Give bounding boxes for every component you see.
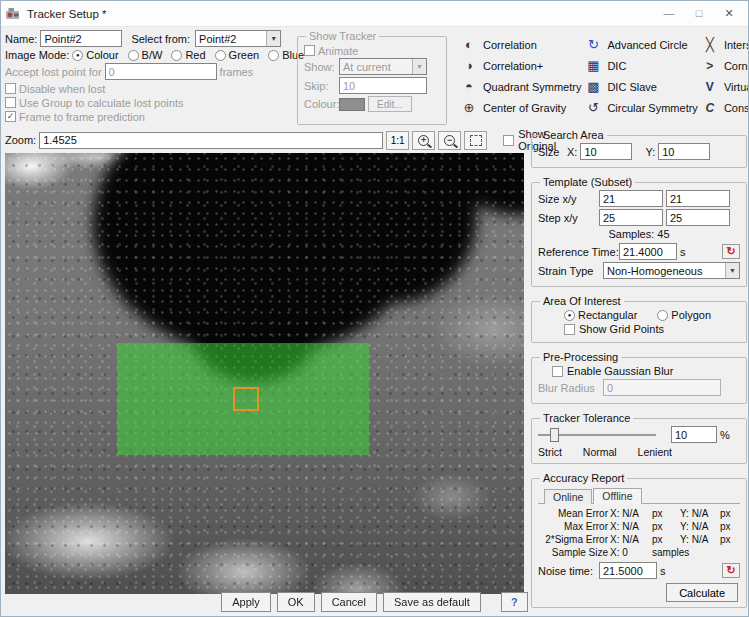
radio-icon: ● xyxy=(564,310,575,321)
close-button[interactable]: ✕ xyxy=(714,7,744,20)
tracker-type-advanced-circle[interactable]: ↻Advanced Circle xyxy=(583,35,699,55)
image-mode-label: Image Mode: xyxy=(5,49,69,61)
preprocessing-title: Pre-Processing xyxy=(540,351,621,363)
checkbox-icon xyxy=(5,83,16,94)
window-title: Tracker Setup * xyxy=(27,8,106,20)
checkbox-icon: ✓ xyxy=(5,111,16,122)
noise-time-input[interactable] xyxy=(599,562,657,579)
apply-button[interactable]: Apply xyxy=(221,592,271,612)
template-marker[interactable] xyxy=(233,387,259,411)
template-size-x-input[interactable] xyxy=(599,190,663,207)
radio-icon xyxy=(128,50,139,61)
zoom-toolbar: Zoom: 1:1 + − Show Original xyxy=(5,129,524,151)
accept-lost-input[interactable] xyxy=(105,63,217,80)
cancel-button[interactable]: Cancel xyxy=(321,592,377,612)
image-mode-green[interactable]: Green xyxy=(215,49,260,61)
image-mode-colour[interactable]: ●Colour xyxy=(72,49,118,61)
tab-offline[interactable]: Offline xyxy=(593,488,641,504)
size-xy-label: Size x/y xyxy=(538,193,596,205)
template-size-y-input[interactable] xyxy=(666,190,730,207)
minimize-button[interactable]: — xyxy=(654,7,684,20)
zoom-input[interactable] xyxy=(39,132,383,149)
tracker-type-correlation-plus[interactable]: ◑Correlation+ xyxy=(459,56,583,76)
skip-input[interactable] xyxy=(339,77,427,94)
chevron-down-icon: ▼ xyxy=(266,31,280,46)
tolerance-title: Tracker Tolerance xyxy=(540,412,633,424)
blur-radius-input[interactable] xyxy=(603,379,721,396)
preprocessing-group: Pre-Processing Enable Gaussian Blur Blur… xyxy=(531,351,747,404)
ok-button[interactable]: OK xyxy=(277,592,315,612)
chevron-down-icon: ▼ xyxy=(412,59,426,74)
colour-row: Colour: Edit... xyxy=(304,96,440,112)
fit-view-button[interactable] xyxy=(464,131,487,150)
strain-type-dropdown[interactable]: Non-Homogeneous ▼ xyxy=(603,262,740,279)
name-input[interactable] xyxy=(40,30,122,47)
correlation-plus-icon: ◑ xyxy=(461,59,477,72)
advanced-circle-icon: ↻ xyxy=(585,38,601,51)
edit-colour-button[interactable]: Edit... xyxy=(368,96,412,112)
show-mode-dropdown[interactable]: At current ▼ xyxy=(339,58,427,75)
tracker-type-intersection[interactable]: ╳Intersection xyxy=(700,35,749,55)
zoom-one-to-one-button[interactable]: 1:1 xyxy=(386,131,409,150)
search-x-input[interactable] xyxy=(580,143,632,160)
show-label: Show: xyxy=(304,61,336,73)
help-button[interactable]: ? xyxy=(501,592,528,612)
maximize-button[interactable]: □ xyxy=(684,7,714,20)
image-viewport[interactable] xyxy=(5,153,524,594)
set-reference-time-button[interactable]: ↻ xyxy=(722,244,740,259)
tab-online[interactable]: Online xyxy=(544,489,592,504)
tracker-type-center-of-gravity[interactable]: ⊕Center of Gravity xyxy=(459,98,583,118)
tolerance-input[interactable] xyxy=(671,426,717,443)
select-from-dropdown[interactable]: Point#2 ▼ xyxy=(195,30,281,47)
noise-time-unit: s xyxy=(660,565,666,577)
zoom-out-icon: − xyxy=(444,135,455,146)
template-step-y-input[interactable] xyxy=(666,209,730,226)
search-y-input[interactable] xyxy=(658,143,710,160)
fit-view-icon xyxy=(470,135,482,146)
set-noise-time-button[interactable]: ↻ xyxy=(722,563,740,578)
aoi-rectangular-radio[interactable]: ●Rectangular xyxy=(564,309,637,321)
slider-thumb[interactable] xyxy=(550,428,559,442)
tracker-type-constant[interactable]: CConstant xyxy=(700,98,749,118)
tracker-type-circular-symmetry[interactable]: ↺Circular Symmetry xyxy=(583,98,699,118)
option-disable-when-lost[interactable]: Disable when lost xyxy=(5,82,297,95)
center-of-gravity-icon: ⊕ xyxy=(461,101,477,114)
search-area-group: Search Area Size X: Y: xyxy=(531,129,747,168)
samples-count: Samples: 45 xyxy=(538,228,740,240)
tracker-type-corner-contour[interactable]: >Corner Contour xyxy=(700,56,749,76)
accept-lost-unit: frames xyxy=(220,66,254,78)
zoom-in-button[interactable]: + xyxy=(412,131,435,150)
constant-icon: C xyxy=(702,102,718,114)
dic-icon: ▦ xyxy=(585,59,601,72)
aoi-title: Area Of Interest xyxy=(540,295,624,307)
area-of-interest-group: Area Of Interest ●Rectangular Polygon Sh… xyxy=(531,295,747,343)
tolerance-normal-label: Normal xyxy=(583,446,617,458)
tracker-type-dic[interactable]: ▦DIC xyxy=(583,56,699,76)
tracker-type-correlation[interactable]: ◐Correlation xyxy=(459,35,583,55)
radio-icon xyxy=(657,310,668,321)
select-from-label: Select from: xyxy=(131,33,190,45)
save-default-button[interactable]: Save as default xyxy=(383,592,481,612)
aoi-polygon-radio[interactable]: Polygon xyxy=(657,309,711,321)
tolerance-slider[interactable] xyxy=(538,427,656,443)
option-frame-prediction[interactable]: ✓ Frame to frame prediction xyxy=(5,110,297,123)
tracker-type-virtual[interactable]: VVirtual xyxy=(700,77,749,97)
template-step-x-input[interactable] xyxy=(599,209,663,226)
show-grid-points-checkbox[interactable]: Show Grid Points xyxy=(564,323,664,335)
image-mode-bw[interactable]: B/W xyxy=(128,49,163,61)
noise-time-label: Noise time: xyxy=(538,565,596,577)
zoom-out-button[interactable]: − xyxy=(438,131,461,150)
radio-icon xyxy=(215,50,226,61)
refresh-time-icon: ↻ xyxy=(726,565,735,576)
checkbox-icon xyxy=(304,45,315,56)
app-icon xyxy=(5,6,22,21)
option-use-group[interactable]: Use Group to calculate lost points xyxy=(5,96,297,109)
tracker-type-quadrant-symmetry[interactable]: ◓Quadrant Symmetry xyxy=(459,77,583,97)
skip-row: Skip: xyxy=(304,77,440,94)
reference-time-input[interactable] xyxy=(619,243,677,260)
animate-checkbox[interactable]: Animate xyxy=(304,44,440,57)
tracker-type-dic-slave[interactable]: ▩DIC Slave xyxy=(583,77,699,97)
intersection-icon: ╳ xyxy=(702,38,718,51)
image-mode-red[interactable]: Red xyxy=(171,49,205,61)
gaussian-blur-checkbox[interactable]: Enable Gaussian Blur xyxy=(538,365,673,377)
